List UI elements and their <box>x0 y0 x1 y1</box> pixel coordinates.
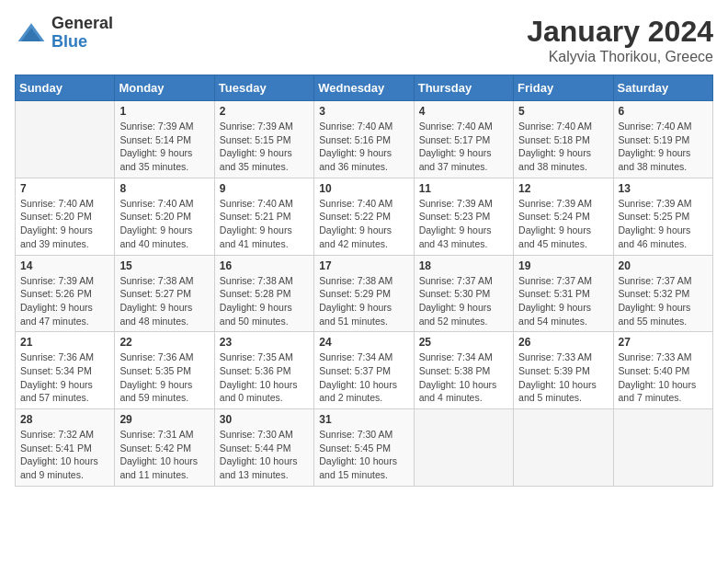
cell-date: 8 <box>119 182 209 195</box>
cell-date: 24 <box>319 336 408 349</box>
calendar-week-4: 21Sunrise: 7:36 AMSunset: 5:34 PMDayligh… <box>16 332 713 409</box>
logo: General Blue <box>15 15 113 52</box>
cell-info: Sunrise: 7:40 AMSunset: 5:20 PMDaylight:… <box>20 197 109 251</box>
calendar-cell: 29Sunrise: 7:31 AMSunset: 5:42 PMDayligh… <box>115 409 214 487</box>
cell-info: Sunrise: 7:40 AMSunset: 5:20 PMDaylight:… <box>119 197 209 251</box>
cell-info: Sunrise: 7:30 AMSunset: 5:44 PMDaylight:… <box>220 428 309 482</box>
page-subtitle: Kalyvia Thorikou, Greece <box>527 49 713 65</box>
cell-date: 19 <box>518 259 608 272</box>
calendar-cell: 12Sunrise: 7:39 AMSunset: 5:24 PMDayligh… <box>514 178 613 255</box>
cell-date: 7 <box>20 182 109 195</box>
calendar-cell: 5Sunrise: 7:40 AMSunset: 5:18 PMDaylight… <box>514 101 613 178</box>
cell-info: Sunrise: 7:40 AMSunset: 5:17 PMDaylight:… <box>419 120 508 174</box>
logo-icon <box>15 17 48 50</box>
cell-date: 4 <box>419 105 508 118</box>
calendar-cell <box>613 409 712 487</box>
logo-blue: Blue <box>51 33 113 52</box>
cell-date: 27 <box>619 336 708 349</box>
cell-date: 25 <box>419 336 508 349</box>
calendar-cell: 17Sunrise: 7:38 AMSunset: 5:29 PMDayligh… <box>314 255 414 332</box>
calendar-cell: 22Sunrise: 7:36 AMSunset: 5:35 PMDayligh… <box>115 332 214 409</box>
cell-date: 9 <box>220 182 309 195</box>
cell-info: Sunrise: 7:40 AMSunset: 5:16 PMDaylight:… <box>319 120 408 174</box>
calendar-cell: 1Sunrise: 7:39 AMSunset: 5:14 PMDaylight… <box>115 101 214 178</box>
cell-info: Sunrise: 7:40 AMSunset: 5:22 PMDaylight:… <box>319 197 408 251</box>
cell-date: 21 <box>20 336 109 349</box>
page-title: January 2024 <box>527 15 713 49</box>
calendar-cell <box>16 101 115 178</box>
cell-info: Sunrise: 7:37 AMSunset: 5:31 PMDaylight:… <box>518 274 608 328</box>
header-friday: Friday <box>514 75 613 101</box>
calendar-cell: 3Sunrise: 7:40 AMSunset: 5:16 PMDaylight… <box>314 101 414 178</box>
calendar-cell: 30Sunrise: 7:30 AMSunset: 5:44 PMDayligh… <box>214 409 313 487</box>
cell-date: 22 <box>119 336 209 349</box>
cell-info: Sunrise: 7:37 AMSunset: 5:32 PMDaylight:… <box>619 274 708 328</box>
header-thursday: Thursday <box>414 75 513 101</box>
cell-info: Sunrise: 7:39 AMSunset: 5:15 PMDaylight:… <box>220 120 309 174</box>
calendar-cell: 2Sunrise: 7:39 AMSunset: 5:15 PMDaylight… <box>214 101 313 178</box>
cell-date: 17 <box>319 259 408 272</box>
calendar-cell: 20Sunrise: 7:37 AMSunset: 5:32 PMDayligh… <box>613 255 712 332</box>
calendar-cell <box>414 409 513 487</box>
calendar-cell: 4Sunrise: 7:40 AMSunset: 5:17 PMDaylight… <box>414 101 513 178</box>
cell-info: Sunrise: 7:38 AMSunset: 5:29 PMDaylight:… <box>319 274 408 328</box>
cell-info: Sunrise: 7:40 AMSunset: 5:19 PMDaylight:… <box>619 120 708 174</box>
calendar-cell: 13Sunrise: 7:39 AMSunset: 5:25 PMDayligh… <box>613 178 712 255</box>
cell-info: Sunrise: 7:34 AMSunset: 5:38 PMDaylight:… <box>419 350 508 405</box>
cell-date: 15 <box>119 259 209 272</box>
calendar-cell: 19Sunrise: 7:37 AMSunset: 5:31 PMDayligh… <box>514 255 613 332</box>
cell-info: Sunrise: 7:32 AMSunset: 5:41 PMDaylight:… <box>20 428 109 482</box>
calendar-cell: 18Sunrise: 7:37 AMSunset: 5:30 PMDayligh… <box>414 255 513 332</box>
calendar-week-5: 28Sunrise: 7:32 AMSunset: 5:41 PMDayligh… <box>16 409 713 487</box>
calendar-cell: 10Sunrise: 7:40 AMSunset: 5:22 PMDayligh… <box>314 178 414 255</box>
logo-general: General <box>51 15 113 33</box>
calendar-cell: 27Sunrise: 7:33 AMSunset: 5:40 PMDayligh… <box>613 332 712 409</box>
cell-date: 26 <box>518 336 608 349</box>
cell-date: 29 <box>119 413 209 426</box>
calendar-cell: 28Sunrise: 7:32 AMSunset: 5:41 PMDayligh… <box>16 409 115 487</box>
cell-info: Sunrise: 7:36 AMSunset: 5:35 PMDaylight:… <box>119 350 209 405</box>
cell-date: 6 <box>619 105 708 118</box>
header-monday: Monday <box>115 75 214 101</box>
logo-text: General Blue <box>51 15 113 52</box>
cell-info: Sunrise: 7:40 AMSunset: 5:21 PMDaylight:… <box>220 197 309 251</box>
cell-date: 3 <box>319 105 408 118</box>
calendar-cell: 7Sunrise: 7:40 AMSunset: 5:20 PMDaylight… <box>16 178 115 255</box>
cell-info: Sunrise: 7:30 AMSunset: 5:45 PMDaylight:… <box>319 428 408 482</box>
cell-info: Sunrise: 7:39 AMSunset: 5:26 PMDaylight:… <box>20 274 109 328</box>
cell-date: 1 <box>119 105 209 118</box>
header-wednesday: Wednesday <box>314 75 414 101</box>
calendar-cell: 11Sunrise: 7:39 AMSunset: 5:23 PMDayligh… <box>414 178 513 255</box>
cell-date: 28 <box>20 413 109 426</box>
calendar-cell: 24Sunrise: 7:34 AMSunset: 5:37 PMDayligh… <box>314 332 414 409</box>
calendar-cell: 14Sunrise: 7:39 AMSunset: 5:26 PMDayligh… <box>16 255 115 332</box>
calendar-cell: 31Sunrise: 7:30 AMSunset: 5:45 PMDayligh… <box>314 409 414 487</box>
cell-info: Sunrise: 7:33 AMSunset: 5:39 PMDaylight:… <box>518 350 608 405</box>
cell-info: Sunrise: 7:39 AMSunset: 5:25 PMDaylight:… <box>619 197 708 251</box>
calendar-cell: 23Sunrise: 7:35 AMSunset: 5:36 PMDayligh… <box>214 332 313 409</box>
cell-date: 18 <box>419 259 508 272</box>
calendar-cell <box>514 409 613 487</box>
cell-date: 5 <box>518 105 608 118</box>
cell-info: Sunrise: 7:38 AMSunset: 5:28 PMDaylight:… <box>220 274 309 328</box>
calendar-cell: 8Sunrise: 7:40 AMSunset: 5:20 PMDaylight… <box>115 178 214 255</box>
calendar-cell: 6Sunrise: 7:40 AMSunset: 5:19 PMDaylight… <box>613 101 712 178</box>
cell-date: 20 <box>619 259 708 272</box>
calendar-cell: 21Sunrise: 7:36 AMSunset: 5:34 PMDayligh… <box>16 332 115 409</box>
title-block: January 2024 Kalyvia Thorikou, Greece <box>527 15 713 65</box>
cell-info: Sunrise: 7:37 AMSunset: 5:30 PMDaylight:… <box>419 274 508 328</box>
calendar-table: SundayMondayTuesdayWednesdayThursdayFrid… <box>15 75 713 487</box>
calendar-cell: 15Sunrise: 7:38 AMSunset: 5:27 PMDayligh… <box>115 255 214 332</box>
cell-date: 31 <box>319 413 408 426</box>
page-header: General Blue January 2024 Kalyvia Thorik… <box>15 15 713 65</box>
cell-info: Sunrise: 7:40 AMSunset: 5:18 PMDaylight:… <box>518 120 608 174</box>
header-tuesday: Tuesday <box>214 75 313 101</box>
cell-info: Sunrise: 7:33 AMSunset: 5:40 PMDaylight:… <box>619 350 708 405</box>
calendar-cell: 25Sunrise: 7:34 AMSunset: 5:38 PMDayligh… <box>414 332 513 409</box>
cell-date: 30 <box>220 413 309 426</box>
cell-info: Sunrise: 7:34 AMSunset: 5:37 PMDaylight:… <box>319 350 408 405</box>
cell-info: Sunrise: 7:31 AMSunset: 5:42 PMDaylight:… <box>119 428 209 482</box>
cell-date: 16 <box>220 259 309 272</box>
cell-date: 10 <box>319 182 408 195</box>
cell-date: 2 <box>220 105 309 118</box>
